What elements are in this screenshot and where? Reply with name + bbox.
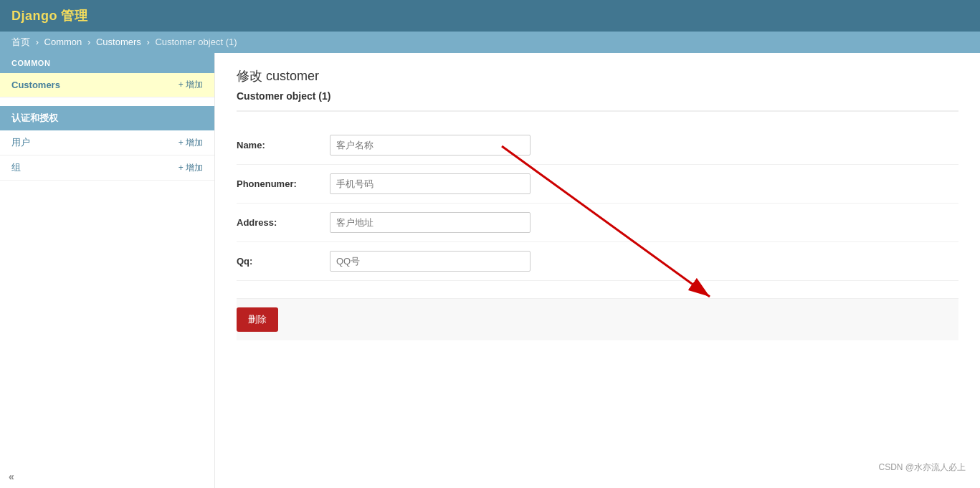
sidebar-groups-link[interactable]: 组 xyxy=(11,161,21,174)
qq-field[interactable] xyxy=(330,251,531,272)
label-address: Address: xyxy=(237,217,330,228)
watermark: CSDN @水亦流人必上 xyxy=(878,461,966,474)
form-row-name: Name: xyxy=(237,126,958,165)
sidebar-collapse-button[interactable]: « xyxy=(0,465,214,488)
sidebar-item-groups: 组 增加 xyxy=(0,156,214,181)
delete-button[interactable]: 删除 xyxy=(237,307,278,332)
address-field[interactable] xyxy=(330,212,531,233)
breadcrumb-sep2: › xyxy=(87,37,90,47)
breadcrumb-sep3: › xyxy=(146,37,149,47)
breadcrumb-sep1: › xyxy=(36,37,39,47)
sidebar-customers-add[interactable]: 增加 xyxy=(179,79,203,91)
main-content: 修改 customer Customer object (1) Name: Ph… xyxy=(215,53,980,488)
form-row-address: Address: xyxy=(237,204,958,242)
breadcrumb-home[interactable]: 首页 xyxy=(11,37,30,47)
sidebar-item-users: 用户 增加 xyxy=(0,130,214,156)
sidebar-users-link[interactable]: 用户 xyxy=(11,136,30,149)
breadcrumb-common[interactable]: Common xyxy=(44,37,82,47)
site-title: Django 管理 xyxy=(11,7,88,24)
label-name: Name: xyxy=(237,140,330,150)
phone-field[interactable] xyxy=(330,173,531,194)
sidebar-groups-add[interactable]: 增加 xyxy=(179,162,203,174)
sidebar-customers-link[interactable]: Customers xyxy=(11,80,60,90)
breadcrumb-customers[interactable]: Customers xyxy=(96,37,141,47)
submit-row: 删除 xyxy=(237,298,958,340)
breadcrumb-current: Customer object (1) xyxy=(155,37,237,47)
page-title: 修改 customer xyxy=(237,67,958,85)
sidebar-common-header: COMMON xyxy=(0,53,214,73)
label-phone: Phonenumer: xyxy=(237,178,330,189)
breadcrumb: 首页 › Common › Customers › Customer objec… xyxy=(0,32,980,53)
container: COMMON Customers 增加 认证和授权 用户 增加 组 增加 « 修… xyxy=(0,53,980,488)
name-field[interactable] xyxy=(330,135,531,156)
label-qq: Qq: xyxy=(237,256,330,267)
form-row-qq: Qq: xyxy=(237,242,958,281)
form-row-phone: Phonenumer: xyxy=(237,165,958,204)
object-subtitle: Customer object (1) xyxy=(237,90,958,112)
sidebar: COMMON Customers 增加 认证和授权 用户 增加 组 增加 « xyxy=(0,53,215,488)
header: Django 管理 xyxy=(0,0,980,32)
sidebar-users-add[interactable]: 增加 xyxy=(179,137,203,149)
sidebar-item-customers: Customers 增加 xyxy=(0,73,214,97)
sidebar-auth-header: 认证和授权 xyxy=(0,106,214,130)
